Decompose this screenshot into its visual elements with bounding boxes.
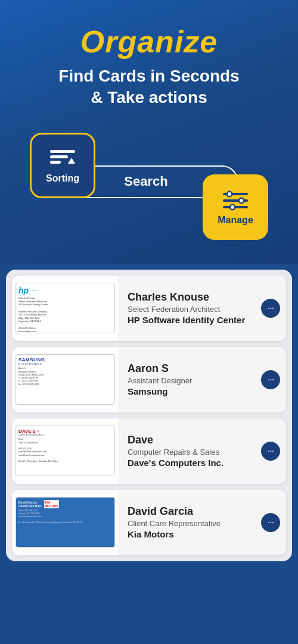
more-icon: ··· <box>268 518 274 527</box>
search-label: Search <box>124 174 167 189</box>
card-more-button-3[interactable]: ··· <box>261 442 280 461</box>
svg-point-12 <box>231 205 234 209</box>
more-icon: ··· <box>268 446 274 456</box>
person-name: David Garcia <box>128 505 280 518</box>
card-info-3: Dave Computer Repairs & Sales Dave's Com… <box>119 418 286 484</box>
person-company: Samsung <box>128 386 280 396</box>
person-name: Charles Knouse <box>128 291 280 304</box>
card-more-button-1[interactable]: ··· <box>261 299 280 318</box>
table-row: hp invent Charles Knouse Select Federati… <box>12 276 286 341</box>
svg-point-9 <box>240 199 243 202</box>
svg-rect-0 <box>50 150 75 153</box>
sorting-button[interactable]: Sorting <box>30 133 95 198</box>
svg-point-6 <box>228 192 231 196</box>
card-info-4: David Garcia Client Care Representative … <box>119 490 286 555</box>
card-info-1: Charles Knouse Select Federation Archite… <box>119 276 286 341</box>
features-area: Sorting Search Manage <box>24 133 274 252</box>
more-icon: ··· <box>268 304 274 313</box>
cards-list: hp invent Charles Knouse Select Federati… <box>6 270 292 561</box>
card-thumbnail-1: hp invent Charles Knouse Select Federati… <box>12 276 119 341</box>
more-icon: ··· <box>268 375 274 384</box>
person-name: Aaron S <box>128 362 280 375</box>
card-thumbnail-2: SAMSUNG ELECTRONICS Aaron S Assistant De… <box>12 347 119 412</box>
svg-marker-3 <box>68 158 75 164</box>
biz-card-hp: hp invent Charles Knouse Select Federati… <box>15 283 115 333</box>
manage-label: Manage <box>218 215 253 226</box>
biz-card-dave: DAVE'S ≡≡ COMPUTER REPAIR & SALES Dave D… <box>15 426 115 476</box>
page-title: Organize <box>12 24 286 60</box>
card-thumbnail-3: DAVE'S ≡≡ COMPUTER REPAIR & SALES Dave D… <box>12 418 119 484</box>
sorting-icon <box>48 147 77 171</box>
sorting-label: Sorting <box>46 173 79 184</box>
card-info-2: Aaron S Assistant Designer Samsung ··· <box>119 347 286 412</box>
person-role: Select Federation Architect <box>128 305 280 314</box>
table-row: DAVE'S ≡≡ COMPUTER REPAIR & SALES Dave D… <box>12 418 286 484</box>
biz-card-garcia: David GarciaClient Care Rep. KIAMOTORS S… <box>15 497 115 548</box>
manage-button[interactable]: Manage <box>203 174 268 240</box>
person-role: Computer Repairs & Sales <box>128 448 280 457</box>
svg-rect-1 <box>50 155 68 158</box>
bottom-spacer <box>0 561 298 573</box>
person-company: HP Software Identity Center <box>128 315 280 325</box>
person-role: Client Care Representative <box>128 519 280 528</box>
biz-card-samsung: SAMSUNG ELECTRONICS Aaron S Assistant De… <box>15 354 115 405</box>
card-thumbnail-4: David GarciaClient Care Rep. KIAMOTORS S… <box>12 490 119 555</box>
header-section: Organize Find Cards in Seconds & Take ac… <box>0 0 298 264</box>
person-company: Dave's Computers Inc. <box>128 458 280 468</box>
card-more-button-4[interactable]: ··· <box>261 513 280 532</box>
svg-rect-2 <box>50 161 61 164</box>
person-company: Kia Motors <box>128 529 280 539</box>
table-row: SAMSUNG ELECTRONICS Aaron S Assistant De… <box>12 347 286 412</box>
person-role: Assistant Designer <box>128 376 280 385</box>
card-more-button-2[interactable]: ··· <box>261 370 280 389</box>
page-subtitle: Find Cards in Seconds & Take actions <box>12 65 286 109</box>
manage-icon <box>221 189 250 212</box>
table-row: David GarciaClient Care Rep. KIAMOTORS S… <box>12 490 286 555</box>
person-name: Dave <box>128 434 280 446</box>
